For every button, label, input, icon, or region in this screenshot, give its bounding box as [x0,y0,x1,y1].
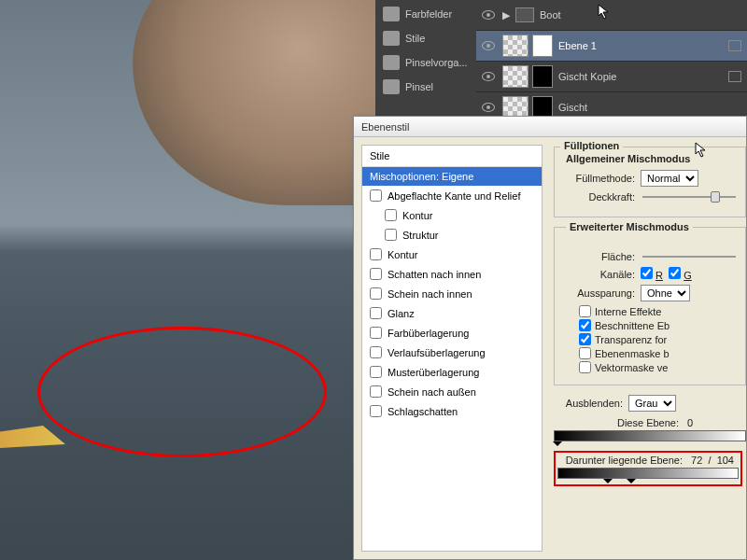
style-option[interactable]: Schatten nach innen [362,264,542,284]
layer-row[interactable]: Gischt Kopie [476,62,747,92]
advanced-blend-group: Erweiterter Mischmodus Fläche: Kanäle: R… [554,227,746,385]
blend-mode-select[interactable]: Normal [641,170,698,187]
style-checkbox[interactable] [370,287,382,300]
panel-brush[interactable]: Pinsel [375,75,476,99]
style-option[interactable]: Kontur [362,245,542,264]
style-option[interactable]: Schein nach außen [362,382,542,401]
style-option[interactable]: Kontur [362,205,542,225]
channel-r[interactable]: R [641,267,663,281]
check-label: Beschnittene Eb [595,320,669,331]
dialog-titlebar[interactable]: Ebenenstil [354,117,746,137]
adv-check[interactable]: Transparenz for [579,333,740,345]
style-option[interactable]: Abgeflachte Kante und Relief [362,186,542,205]
cursor-icon [695,142,708,159]
opacity-label: Deckkraft: [560,191,641,203]
style-checkbox[interactable] [370,405,382,417]
styles-header: Stile [362,146,542,167]
under-sep: / [708,455,711,466]
this-layer-gradient[interactable] [554,430,746,441]
adv-check[interactable]: Interne Effekte [579,305,740,317]
brush-icon [383,79,400,94]
visibility-icon[interactable] [482,72,495,81]
layer-row[interactable]: Ebene 1 [476,31,747,62]
style-label: Kontur [388,249,417,260]
checkbox[interactable] [579,333,591,345]
visibility-icon[interactable] [482,41,495,50]
checkbox[interactable] [579,319,591,331]
dialog-title: Ebenenstil [361,121,409,133]
knockout-select[interactable]: Ohne [641,285,690,301]
adv-check[interactable]: Vektormaske ve [579,361,740,373]
visibility-icon[interactable] [482,103,495,112]
style-label: Schein nach innen [388,288,472,300]
style-checkbox[interactable] [385,229,397,241]
group-title: Füllptionen [560,140,623,151]
slider-handle-high[interactable] [627,479,636,488]
options-area: Füllptionen Allgemeiner Mischmodus Füllm… [543,137,746,559]
panel-brush-presets[interactable]: Pinselvorga... [375,50,476,75]
checkbox[interactable] [579,305,591,317]
check-label: Ebenenmaske b [595,348,669,359]
layer-style-dialog: Ebenenstil Stile Mischoptionen: EigeneAb… [353,116,747,560]
swatches-icon [383,7,400,21]
layer-thumb [502,65,529,88]
under-layer-gradient[interactable] [557,468,739,479]
panel-label: Stile [405,33,425,44]
style-label: Schlagschatten [388,406,458,417]
slider-handle-low[interactable] [603,479,613,488]
blend-if-section: Ausblenden: Grau Diese Ebene: 0 Darunter… [554,395,746,486]
check-label: Vektormaske ve [595,362,668,373]
blendif-mode-select[interactable]: Grau [628,395,676,412]
style-checkbox[interactable] [370,248,382,260]
checkbox[interactable] [579,361,591,373]
style-label: Mischoptionen: Eigene [370,171,473,182]
folder-toggle-icon[interactable]: ▶ [502,9,510,21]
style-label: Schatten nach innen [388,269,481,280]
layer-name: Gischt Kopie [558,71,616,82]
style-option[interactable]: Schlagschatten [362,401,542,421]
fx-icon[interactable] [728,71,741,82]
canvas-area [0,0,375,560]
channel-g[interactable]: G [669,267,692,281]
channels-label: Kanäle: [560,269,641,280]
fill-opacity-slider[interactable] [642,250,740,263]
fill-opacity-label: Fläche: [560,251,641,262]
adv-check[interactable]: Beschnittene Eb [579,319,740,331]
style-option[interactable]: Verlaufsüberlagerung [362,343,542,362]
opacity-slider[interactable] [642,190,740,203]
style-checkbox[interactable] [370,307,382,319]
layer-name: Ebene 1 [558,40,597,51]
style-option[interactable]: Mischoptionen: Eigene [362,167,542,186]
checkbox[interactable] [579,347,591,359]
style-checkbox[interactable] [385,209,397,221]
panel-swatches[interactable]: Farbfelder [375,2,476,26]
adv-check[interactable]: Ebenenmaske b [579,347,740,359]
style-checkbox[interactable] [370,385,382,398]
blend-mode-label: Füllmethode: [560,173,641,184]
group-subtitle: Allgemeiner Mischmodus [566,153,690,164]
layer-mask [532,35,553,57]
layer-name: Gischt [558,102,587,113]
style-label: Schein nach außen [388,386,476,398]
layer-row[interactable]: ▶ Boot [476,0,747,31]
fill-options-group: Füllptionen Allgemeiner Mischmodus Füllm… [554,147,746,217]
style-label: Farbüberlagerung [388,328,469,339]
style-checkbox[interactable] [370,366,382,378]
panel-styles[interactable]: Stile [375,26,476,50]
style-option[interactable]: Farbüberlagerung [362,323,542,343]
style-checkbox[interactable] [370,268,382,280]
style-label: Musterüberlagerung [388,367,479,378]
style-checkbox[interactable] [370,189,382,202]
panel-label: Pinsel [405,81,433,92]
style-label: Abgeflachte Kante und Relief [388,190,521,202]
style-checkbox[interactable] [370,327,382,339]
style-option[interactable]: Glanz [362,303,542,323]
style-option[interactable]: Musterüberlagerung [362,362,542,382]
style-label: Verlaufsüberlagerung [388,347,486,358]
style-checkbox[interactable] [370,346,382,358]
visibility-icon[interactable] [482,10,495,20]
style-option[interactable]: Struktur [362,225,542,245]
style-option[interactable]: Schein nach innen [362,284,542,303]
slider-handle-black[interactable] [553,441,562,451]
fx-icon[interactable] [728,40,741,51]
